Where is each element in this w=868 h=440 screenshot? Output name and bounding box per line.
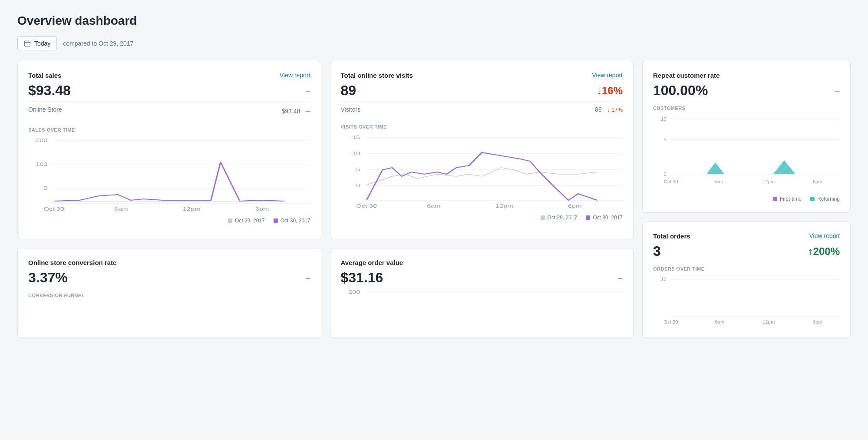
orders-over-time-label: ORDERS OVER TIME	[653, 266, 840, 271]
svg-text:5: 5	[356, 167, 360, 172]
visits-legend-old-label: Oct 29, 2017	[548, 215, 578, 221]
svg-text:Oct 30: Oct 30	[663, 179, 678, 184]
svg-text:12pm: 12pm	[762, 179, 775, 184]
svg-text:6pm: 6pm	[255, 206, 269, 212]
svg-text:12pm: 12pm	[762, 319, 775, 324]
visits-legend-new-dot	[586, 215, 590, 220]
online-store-label: Online Store	[28, 106, 62, 116]
visits-legend-old-dot	[541, 215, 545, 220]
compare-text: compared to Oct 29, 2017	[63, 40, 133, 47]
svg-text:0: 0	[356, 183, 360, 189]
svg-text:0: 0	[43, 185, 47, 191]
returning-label: Returning	[817, 196, 840, 202]
total-visits-card: Total online store visits View report 89…	[330, 61, 634, 239]
svg-text:10: 10	[352, 151, 360, 156]
repeat-customer-value: 100.00%	[653, 83, 708, 99]
total-orders-trend: ↑200%	[808, 245, 840, 258]
total-sales-view-report[interactable]: View report	[280, 72, 310, 79]
repeat-customer-dash: –	[835, 86, 840, 96]
svg-text:12pm: 12pm	[183, 206, 201, 212]
conversion-rate-dash: –	[305, 273, 310, 283]
total-sales-dash: –	[305, 86, 310, 96]
avg-order-value: $31.16	[341, 270, 383, 286]
first-time-dot	[773, 197, 777, 201]
avg-order-chart: 200	[341, 288, 623, 322]
returning-dot	[810, 197, 815, 201]
total-visits-trend: ↓16%	[597, 85, 623, 97]
svg-text:6pm: 6pm	[568, 203, 582, 209]
avg-order-dash: –	[618, 273, 623, 283]
visitors-trend: ↓ 17%	[607, 106, 623, 113]
first-time-label: First-time	[780, 196, 802, 202]
today-button[interactable]: Today	[17, 36, 57, 50]
visits-legend-new-label: Oct 30, 2017	[593, 215, 623, 221]
total-visits-value: 89	[341, 83, 356, 99]
svg-text:Oct 30: Oct 30	[356, 203, 377, 209]
legend-new-dot	[274, 218, 278, 223]
svg-text:6am: 6am	[427, 203, 441, 209]
svg-text:Oct 30: Oct 30	[663, 319, 678, 324]
avg-order-card: Average order value $31.16 – 200	[330, 248, 634, 338]
total-orders-card: Total orders View report 3 ↑200% ORDERS …	[642, 222, 851, 338]
svg-text:200: 200	[348, 289, 360, 295]
svg-text:10: 10	[661, 277, 667, 282]
svg-text:6pm: 6pm	[813, 319, 822, 324]
date-bar: Today compared to Oct 29, 2017	[17, 36, 851, 50]
total-visits-view-report[interactable]: View report	[592, 72, 623, 79]
repeat-customer-title: Repeat customer rate	[653, 72, 719, 79]
total-visits-title: Total online store visits	[341, 72, 413, 79]
conversion-rate-value: 3.37%	[28, 270, 68, 286]
svg-marker-34	[706, 162, 724, 174]
total-orders-title: Total orders	[653, 232, 690, 240]
total-sales-card: Total sales View report $93.48 – Online …	[17, 61, 321, 239]
repeat-chart-legend: First-time Returning	[653, 196, 840, 202]
svg-text:200: 200	[36, 138, 47, 143]
orders-chart: 10 Oct 30 6am 12pm 6pm	[653, 275, 840, 327]
calendar-icon	[24, 40, 31, 47]
svg-text:10: 10	[661, 116, 667, 122]
svg-text:6am: 6am	[715, 319, 725, 324]
dashboard-grid: Total sales View report $93.48 – Online …	[17, 61, 851, 338]
online-store-value: $93.48	[282, 108, 300, 115]
svg-marker-35	[773, 160, 795, 174]
svg-text:6am: 6am	[715, 179, 725, 184]
sales-chart: 200 100 0 Oct 30 6am 12pm 6pm	[28, 136, 310, 214]
svg-rect-0	[25, 41, 30, 46]
svg-text:5: 5	[663, 137, 666, 142]
visitors-value: 88	[595, 106, 602, 113]
legend-old-dot	[228, 218, 232, 223]
visits-chart: 15 10 5 0 Oct 30 6am 12pm 6pm	[341, 133, 623, 211]
visitors-label: Visitors	[341, 106, 361, 113]
avg-order-title: Average order value	[341, 259, 403, 266]
customers-chart: 10 5 0 Oct 30 6am 12pm 6pm	[653, 114, 840, 192]
online-store-dash: –	[305, 106, 310, 116]
svg-text:15: 15	[352, 135, 360, 140]
svg-text:0: 0	[663, 172, 666, 177]
total-sales-title: Total sales	[28, 72, 61, 79]
svg-text:12pm: 12pm	[495, 203, 513, 209]
page-title: Overview dashboard	[17, 14, 851, 28]
svg-text:Oct 30: Oct 30	[43, 206, 64, 212]
legend-new-label: Oct 30, 2017	[281, 218, 310, 224]
svg-text:100: 100	[36, 162, 47, 167]
visits-over-time-label: VISITS OVER TIME	[341, 124, 623, 129]
right-column: Repeat customer rate 100.00% – CUSTOMERS…	[642, 61, 851, 338]
sales-chart-legend: Oct 29, 2017 Oct 30, 2017	[28, 218, 310, 224]
sales-over-time-label: SALES OVER TIME	[28, 127, 310, 132]
total-sales-value: $93.48	[28, 83, 71, 99]
visits-chart-legend: Oct 29, 2017 Oct 30, 2017	[341, 215, 623, 221]
conversion-funnel-label: CONVERSION FUNNEL	[28, 293, 310, 298]
legend-old-label: Oct 29, 2017	[235, 218, 265, 224]
svg-text:6pm: 6pm	[813, 179, 822, 184]
total-orders-view-report[interactable]: View report	[809, 232, 840, 239]
total-orders-value: 3	[653, 243, 661, 259]
repeat-customer-card: Repeat customer rate 100.00% – CUSTOMERS…	[642, 61, 851, 213]
conversion-rate-title: Online store conversion rate	[28, 259, 116, 266]
customers-label: CUSTOMERS	[653, 106, 840, 111]
svg-text:6am: 6am	[114, 206, 128, 212]
conversion-rate-card: Online store conversion rate 3.37% – CON…	[17, 248, 321, 338]
